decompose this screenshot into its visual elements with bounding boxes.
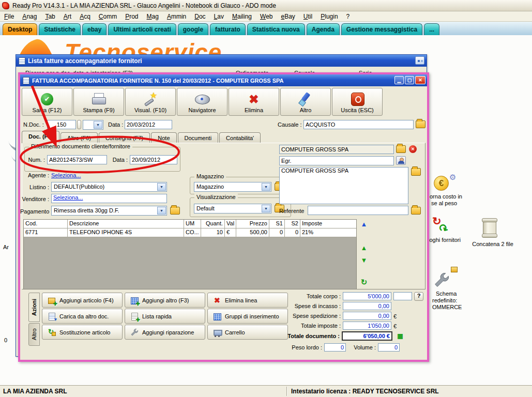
cell-descrizione[interactable]: TELEFONO IPHONE 4S bbox=[68, 228, 184, 237]
egr-input[interactable] bbox=[279, 156, 394, 165]
minimize-button[interactable]: ▁ bbox=[394, 76, 404, 84]
supplier-clear-icon[interactable] bbox=[409, 145, 417, 153]
tab-documenti[interactable]: Documenti bbox=[178, 132, 219, 143]
header-cod[interactable]: Cod. bbox=[24, 220, 68, 228]
tab-ebay[interactable]: ebay bbox=[82, 23, 107, 35]
data-input[interactable] bbox=[125, 120, 172, 129]
wrench-icon[interactable] bbox=[433, 272, 450, 288]
menu-util[interactable]: Util bbox=[299, 12, 316, 21]
tab-doc-f5[interactable]: Doc. (F5) bbox=[22, 131, 59, 143]
supplier-address-textarea[interactable]: COMPUTER GROSS SPA bbox=[279, 167, 408, 204]
causale-folder-icon[interactable] bbox=[416, 120, 425, 128]
cell-s2[interactable]: 0 bbox=[285, 228, 300, 237]
header-imposte[interactable]: Imposte bbox=[300, 220, 356, 228]
tab-altro-f6[interactable]: Altro (F6) bbox=[60, 132, 98, 143]
header-um[interactable]: UM bbox=[184, 220, 201, 228]
venditore-link[interactable]: Seleziona... bbox=[53, 194, 83, 201]
lista-rapida-button[interactable]: Lista rapida bbox=[125, 309, 205, 324]
header-s1[interactable]: S1 bbox=[269, 220, 285, 228]
move-top-icon[interactable]: ▲ bbox=[359, 219, 369, 228]
aggiungi-articolo-button[interactable]: Aggiungi articolo (F4) bbox=[42, 293, 123, 308]
carrello-button[interactable]: Carrello bbox=[207, 325, 288, 340]
cell-quant[interactable]: 10 bbox=[201, 228, 225, 237]
delete-button[interactable]: Elimina bbox=[229, 88, 279, 116]
pagamento-folder-icon[interactable] bbox=[170, 207, 180, 215]
menu-web[interactable]: Web bbox=[256, 12, 277, 21]
actions-tab-azioni[interactable]: Azioni bbox=[28, 293, 40, 322]
dialog-title-bar[interactable]: FATTURA ACCOMPAGNATORIA FORNITORE N. 150… bbox=[20, 74, 427, 86]
table-row[interactable]: 6771 TELEFONO IPHONE 4S CO... 10 € 500,0… bbox=[24, 228, 356, 237]
tab-statistiche[interactable]: Statistiche bbox=[39, 23, 81, 35]
serie-combo[interactable] bbox=[83, 120, 103, 130]
menu-file[interactable]: File bbox=[0, 12, 18, 21]
help-button[interactable]: ? bbox=[414, 292, 423, 301]
lista-title-bar[interactable]: Lista fatture accompagnatorie fornitori bbox=[16, 55, 427, 67]
tab-more[interactable]: ... bbox=[424, 23, 439, 35]
address-folder-icon[interactable] bbox=[411, 168, 421, 176]
preview-button[interactable]: Visual. (F10) bbox=[125, 88, 176, 116]
sostituzione-articolo-button[interactable]: Sostituzione articolo bbox=[42, 325, 123, 340]
aggiungi-riparazione-button[interactable]: Aggiungi riparazione bbox=[125, 325, 205, 340]
maximize-button[interactable]: ▢ bbox=[405, 76, 414, 84]
save-button[interactable]: Salva (F12) bbox=[22, 88, 72, 116]
elimina-linea-button[interactable]: Elimina linea bbox=[207, 293, 288, 308]
scroll-icon[interactable] bbox=[483, 219, 496, 237]
window-toggle-button[interactable] bbox=[415, 56, 424, 65]
cell-s1[interactable]: 0 bbox=[269, 228, 285, 237]
calculator-icon[interactable]: ▦ bbox=[396, 331, 405, 341]
tab-desktop[interactable]: Desktop bbox=[3, 23, 37, 35]
print-button[interactable]: Stampa (F9) bbox=[73, 88, 124, 116]
referente-folder-icon[interactable] bbox=[411, 207, 421, 215]
move-up-icon[interactable]: ▲ bbox=[359, 243, 369, 252]
menu-ebay[interactable]: eBay bbox=[277, 12, 299, 21]
move-down-icon[interactable]: ▼ bbox=[359, 255, 369, 265]
menu-mag[interactable]: Mag bbox=[143, 12, 163, 21]
cell-val[interactable]: € bbox=[225, 228, 236, 237]
tab-contabilita[interactable]: Contabilita' bbox=[219, 132, 261, 143]
menu-plugin[interactable]: Plugin bbox=[316, 12, 342, 21]
visualizzazione-combo[interactable]: Default bbox=[194, 204, 271, 213]
carica-da-altro-doc-button[interactable]: Carica da altro doc. bbox=[42, 309, 123, 324]
menu-art[interactable]: Art bbox=[59, 12, 75, 21]
menu-comm[interactable]: Comm bbox=[95, 12, 121, 21]
navigator-button[interactable]: Navigatore bbox=[177, 88, 227, 116]
tab-fatturato[interactable]: fatturato bbox=[210, 23, 246, 35]
peso-lordo-input[interactable] bbox=[324, 343, 346, 352]
cell-imposte[interactable]: 21% bbox=[300, 228, 356, 237]
tab-consegna-f7[interactable]: Consegna (F7) bbox=[99, 132, 150, 143]
menu-anag[interactable]: Anag bbox=[18, 12, 41, 21]
magazzino-combo[interactable]: Magazzino bbox=[194, 182, 271, 192]
menu-doc[interactable]: Doc bbox=[190, 12, 209, 21]
causale-input[interactable] bbox=[303, 120, 414, 129]
venditore-field[interactable]: Seleziona... bbox=[51, 194, 167, 203]
header-descrizione[interactable]: Descrizione bbox=[68, 220, 184, 228]
supplier-name-input[interactable] bbox=[279, 145, 394, 154]
ndoc-input[interactable] bbox=[47, 120, 76, 129]
listino-combo[interactable]: DEFAULT(Pubblico) bbox=[51, 182, 167, 192]
header-s2[interactable]: S2 bbox=[285, 220, 300, 228]
agente-link[interactable]: Seleziona... bbox=[51, 171, 81, 180]
header-prezzo[interactable]: Prezzo bbox=[236, 220, 269, 228]
rif-num-input[interactable] bbox=[47, 155, 107, 164]
tab-agenda[interactable]: Agenda bbox=[307, 23, 340, 35]
refresh-icon[interactable]: ↻ bbox=[359, 278, 369, 287]
exit-button[interactable]: Uscita (ESC) bbox=[332, 88, 383, 116]
euro-coin-icon[interactable] bbox=[434, 176, 449, 191]
tab-note[interactable]: Note bbox=[151, 132, 176, 143]
menu-acq[interactable]: Acq bbox=[75, 12, 95, 21]
person-icon[interactable] bbox=[396, 156, 406, 165]
tab-google[interactable]: google bbox=[178, 23, 208, 35]
pagamento-combo[interactable]: Rimessa diretta 30gg D.F. bbox=[51, 206, 167, 216]
tab-ultimi-articoli[interactable]: Ultimi articoli creati bbox=[108, 23, 176, 35]
cell-cod[interactable]: 6771 bbox=[24, 228, 68, 237]
menu-lav[interactable]: Lav bbox=[210, 12, 228, 21]
aggiungi-altro-button[interactable]: Aggiungi altro (F3) bbox=[125, 293, 205, 308]
header-val[interactable]: Val bbox=[225, 220, 236, 228]
other-button[interactable]: Altro bbox=[280, 88, 331, 116]
menu-mailing[interactable]: Mailing bbox=[228, 12, 256, 21]
supplier-folder-icon[interactable] bbox=[396, 145, 406, 153]
header-quant[interactable]: Quant. bbox=[201, 220, 225, 228]
tab-statistica-nuova[interactable]: Statistica nuova bbox=[247, 23, 305, 35]
gruppi-inserimento-button[interactable]: Gruppi di inserimento bbox=[207, 309, 288, 324]
referente-input[interactable] bbox=[308, 206, 408, 215]
